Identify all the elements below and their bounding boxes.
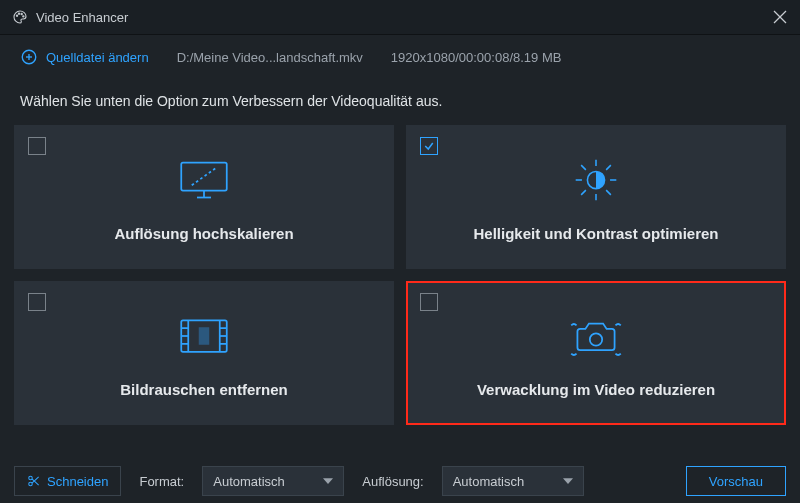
source-filepath: D:/Meine Video...landschaft.mkv [177,50,363,65]
card-brightness[interactable]: Helligkeit und Kontrast optimieren [406,125,786,269]
titlebar: Video Enhancer [0,0,800,35]
instruction-text: Wählen Sie unten die Option zum Verbesse… [0,79,800,125]
svg-point-1 [18,13,19,14]
svg-point-0 [16,15,17,16]
svg-marker-38 [563,478,573,484]
chevron-down-icon [563,478,573,485]
resolution-label: Auflösung: [362,474,423,489]
card-denoise-label: Bildrauschen entfernen [120,381,288,398]
app-title: Video Enhancer [36,10,128,25]
monitor-icon [176,153,232,207]
format-value: Automatisch [213,474,285,489]
svg-point-3 [23,16,24,17]
cut-label: Schneiden [47,474,108,489]
svg-point-32 [590,333,602,345]
checkbox-upscale[interactable] [28,137,46,155]
checkbox-brightness[interactable] [420,137,438,155]
svg-marker-37 [323,478,333,484]
svg-rect-31 [199,327,210,345]
plus-circle-icon [20,48,38,66]
bottom-bar: Schneiden Format: Automatisch Auflösung:… [0,459,800,503]
card-brightness-label: Helligkeit und Kontrast optimieren [473,225,718,242]
cut-button[interactable]: Schneiden [14,466,121,496]
options-grid: Auflösung hochskalieren Helligkeit und K… [0,125,800,425]
resolution-value: Automatisch [453,474,525,489]
scissors-icon [27,474,41,488]
source-fileinfo: 1920x1080/00:00:08/8.19 MB [391,50,562,65]
film-noise-icon [176,309,232,363]
svg-line-21 [581,190,586,195]
svg-point-2 [21,13,22,14]
svg-line-18 [581,165,586,170]
chevron-down-icon [323,478,333,485]
close-icon[interactable] [772,9,788,25]
format-select[interactable]: Automatisch [202,466,344,496]
card-denoise[interactable]: Bildrauschen entfernen [14,281,394,425]
card-stabilize[interactable]: Verwacklung im Video reduzieren [406,281,786,425]
format-label: Format: [139,474,184,489]
svg-line-10 [192,167,217,185]
preview-label: Vorschau [709,474,763,489]
svg-line-19 [606,190,611,195]
source-bar: Quelldatei ändern D:/Meine Video...lands… [0,35,800,79]
checkbox-stabilize[interactable] [420,293,438,311]
svg-line-20 [606,165,611,170]
card-upscale[interactable]: Auflösung hochskalieren [14,125,394,269]
preview-button[interactable]: Vorschau [686,466,786,496]
card-upscale-label: Auflösung hochskalieren [114,225,293,242]
card-stabilize-label: Verwacklung im Video reduzieren [477,381,715,398]
change-source-button[interactable]: Quelldatei ändern [20,48,149,66]
camera-shake-icon [564,309,628,363]
change-source-label: Quelldatei ändern [46,50,149,65]
svg-rect-9 [181,162,227,190]
resolution-select[interactable]: Automatisch [442,466,584,496]
checkbox-denoise[interactable] [28,293,46,311]
palette-icon [12,9,28,25]
brightness-icon [571,153,621,207]
